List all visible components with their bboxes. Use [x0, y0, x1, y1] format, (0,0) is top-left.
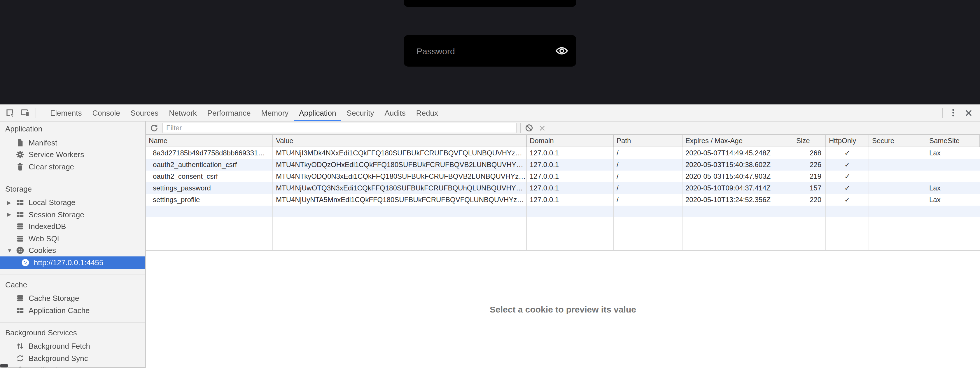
cell-empty [273, 206, 527, 217]
cell-secure[interactable] [869, 171, 926, 182]
cell-name[interactable]: 8a3d27185b49d7758d8bb669331… [146, 147, 273, 159]
tab-application[interactable]: Application [294, 104, 341, 121]
cell-size[interactable]: 219 [793, 171, 826, 182]
column-header-secure[interactable]: Secure [869, 135, 926, 147]
cell-httponly[interactable]: ✓ [826, 194, 869, 206]
expander-collapsed-icon[interactable]: ▶ [7, 200, 16, 206]
cookie-row[interactable]: settings_profile MTU4NjUyNTA5MnxEdi1CQkF… [146, 194, 980, 206]
cell-secure[interactable] [869, 194, 926, 206]
cell-expires[interactable]: 2020-05-10T09:04:37.414Z [682, 182, 793, 194]
cell-size[interactable]: 268 [793, 147, 826, 159]
cell-domain[interactable]: 127.0.0.1 [527, 171, 614, 182]
cell-httponly[interactable]: ✓ [826, 171, 869, 182]
expander-expanded-icon[interactable]: ▼ [7, 248, 16, 253]
sidebar-item-background-sync[interactable]: Background Sync [0, 352, 145, 364]
cookie-row[interactable]: 8a3d27185b49d7758d8bb669331… MTU4NjI3MDk… [146, 147, 980, 159]
cell-value[interactable]: MTU4NTkyODQ0N3xEdi1CQkFFQ180SUFBUkFCRUFB… [273, 171, 527, 182]
cookie-filter-input[interactable] [162, 123, 517, 133]
column-header-size[interactable]: Size [793, 135, 826, 147]
cell-expires[interactable]: 2020-05-07T14:49:45.248Z [682, 147, 793, 159]
cell-expires[interactable]: 2020-05-10T13:24:52.356Z [682, 194, 793, 206]
close-devtools-button[interactable] [961, 105, 976, 120]
cell-secure[interactable] [869, 182, 926, 194]
cell-size[interactable]: 226 [793, 159, 826, 171]
cell-value[interactable]: MTU4NjUyNTA5MnxEdi1CQkFFQ180SUFBUkFCRUFB… [273, 194, 527, 206]
cell-domain[interactable]: 127.0.0.1 [527, 194, 614, 206]
cell-httponly[interactable]: ✓ [826, 182, 869, 194]
device-toolbar-button[interactable] [18, 105, 33, 120]
cell-samesite[interactable]: Lax [926, 147, 980, 159]
column-header-name[interactable]: Name [146, 135, 273, 147]
sidebar-item-application-cache[interactable]: Application Cache [0, 304, 145, 316]
cell-samesite[interactable] [926, 159, 980, 171]
sidebar-item-session-storage[interactable]: ▶ Session Storage [0, 208, 145, 221]
cell-name[interactable]: settings_password [146, 182, 273, 194]
cell-secure[interactable] [869, 159, 926, 171]
cell-path[interactable]: / [614, 171, 682, 182]
tab-console[interactable]: Console [87, 104, 125, 121]
eye-icon[interactable] [555, 46, 568, 56]
cell-path[interactable]: / [614, 159, 682, 171]
tab-performance[interactable]: Performance [202, 104, 256, 121]
cell-samesite[interactable] [926, 171, 980, 182]
sidebar-item-service-workers[interactable]: Service Workers [0, 149, 145, 161]
cell-samesite[interactable]: Lax [926, 182, 980, 194]
tab-redux[interactable]: Redux [411, 104, 443, 121]
cookie-row[interactable]: settings_password MTU4NjUwOTQ3N3xEdi1CQk… [146, 182, 980, 194]
inspect-element-button[interactable] [2, 105, 18, 120]
sidebar-item-cache-storage[interactable]: Cache Storage [0, 292, 145, 304]
cookie-row[interactable]: oauth2_consent_csrf MTU4NTkyODQ0N3xEdi1C… [146, 171, 980, 182]
cell-path[interactable]: / [614, 182, 682, 194]
cell-path[interactable]: / [614, 194, 682, 206]
tab-sources[interactable]: Sources [126, 104, 164, 121]
cell-httponly[interactable]: ✓ [826, 159, 869, 171]
tab-audits[interactable]: Audits [379, 104, 411, 121]
more-options-button[interactable] [946, 105, 961, 120]
cookie-row[interactable]: oauth2_authentication_csrf MTU4NTkyODQzO… [146, 159, 980, 171]
tab-security[interactable]: Security [342, 104, 379, 121]
column-header-path[interactable]: Path [614, 135, 682, 147]
cell-size[interactable]: 157 [793, 182, 826, 194]
username-field-cropped[interactable] [404, 0, 576, 7]
expander-collapsed-icon[interactable]: ▶ [7, 212, 16, 218]
cell-name[interactable]: oauth2_consent_csrf [146, 171, 273, 182]
sidebar-scrollbar-thumb[interactable] [0, 364, 8, 367]
tab-memory[interactable]: Memory [256, 104, 294, 121]
cell-name[interactable]: oauth2_authentication_csrf [146, 159, 273, 171]
password-field[interactable] [404, 35, 576, 67]
column-header-domain[interactable]: Domain [527, 135, 614, 147]
cell-domain[interactable]: 127.0.0.1 [527, 147, 614, 159]
delete-selected-button[interactable] [536, 122, 548, 134]
cell-value[interactable]: MTU4NjUwOTQ3N3xEdi1CQkFFQ180SUFBUkFCRUFB… [273, 182, 527, 194]
cell-domain[interactable]: 127.0.0.1 [527, 159, 614, 171]
tab-network[interactable]: Network [164, 104, 202, 121]
column-header-httponly[interactable]: HttpOnly [826, 135, 869, 147]
sidebar-item-cookies[interactable]: ▼ Cookies [0, 245, 145, 256]
sidebar-item-clear-storage[interactable]: Clear storage [0, 161, 145, 173]
sidebar-item-manifest[interactable]: Manifest [0, 137, 145, 149]
cell-secure[interactable] [869, 147, 926, 159]
column-header-expires[interactable]: Expires / Max-Age [682, 135, 793, 147]
cell-value[interactable]: MTU4NjI3MDk4NXxEdi1CQkFFQ180SUFBUkFCRUFB… [273, 147, 527, 159]
clear-all-button[interactable] [523, 122, 536, 134]
column-header-value[interactable]: Value [273, 135, 527, 147]
cell-size[interactable]: 220 [793, 194, 826, 206]
cell-name[interactable]: settings_profile [146, 194, 273, 206]
sidebar-item-background-fetch[interactable]: Background Fetch [0, 340, 145, 352]
refresh-button[interactable] [148, 122, 161, 134]
sidebar-item-cookies-origin[interactable]: http://127.0.0.1:4455 [0, 256, 145, 269]
sidebar-item-web-sql[interactable]: Web SQL [0, 232, 145, 245]
cell-samesite[interactable]: Lax [926, 194, 980, 206]
tab-elements[interactable]: Elements [45, 104, 87, 121]
sidebar-item-local-storage[interactable]: ▶ Local Storage [0, 197, 145, 208]
cell-expires[interactable]: 2020-05-03T15:40:38.602Z [682, 159, 793, 171]
cell-value[interactable]: MTU4NTkyODQzOHxEdi1CQkFFQ180SUFBUkFCRUFB… [273, 159, 527, 171]
password-input[interactable] [415, 45, 555, 56]
cell-httponly[interactable]: ✓ [826, 147, 869, 159]
cell-path[interactable]: / [614, 147, 682, 159]
sidebar-item-indexeddb[interactable]: IndexedDB [0, 221, 145, 232]
column-header-samesite[interactable]: SameSite [926, 135, 980, 147]
empty-row[interactable] [146, 206, 980, 217]
cell-domain[interactable]: 127.0.0.1 [527, 182, 614, 194]
cell-expires[interactable]: 2020-05-03T15:40:47.903Z [682, 171, 793, 182]
